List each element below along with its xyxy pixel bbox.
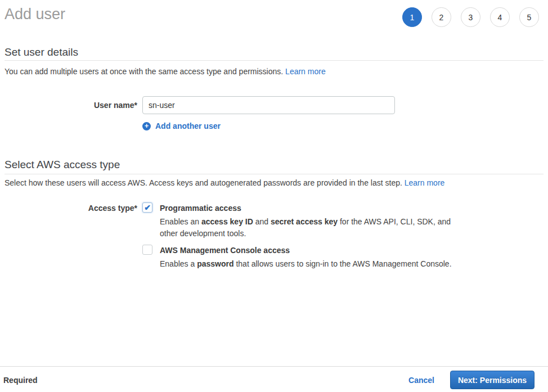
desc-text: Enables an — [160, 217, 201, 226]
programmatic-access-description: Enables an access key ID and secret acce… — [160, 216, 457, 240]
add-another-user-label: Add another user — [155, 121, 221, 130]
console-access-title: AWS Management Console access — [160, 246, 290, 255]
section-divider — [5, 60, 543, 61]
select-access-type-heading: Select AWS access type — [5, 159, 120, 171]
desc-text: Enables a — [160, 259, 197, 268]
programmatic-access-title: Programmatic access — [160, 204, 241, 213]
footer-divider — [0, 366, 548, 367]
user-name-input[interactable] — [142, 96, 395, 114]
learn-more-link-access-type[interactable]: Learn more — [405, 178, 445, 187]
wizard-step-2[interactable]: 2 — [432, 7, 451, 27]
page-title: Add user — [5, 6, 65, 23]
console-access-description: Enables a password that allows users to … — [160, 258, 457, 270]
desc-bold: password — [197, 259, 233, 268]
wizard-step-5[interactable]: 5 — [519, 7, 539, 27]
desc-bold: secret access key — [271, 217, 338, 226]
desc-text: that allows users to sign-in to the AWS … — [234, 259, 452, 268]
user-details-description-text: You can add multiple users at once with … — [5, 67, 283, 76]
set-user-details-heading: Set user details — [5, 46, 78, 58]
access-type-description: Select how these users will access AWS. … — [5, 178, 444, 187]
section-divider — [5, 174, 543, 174]
desc-bold: access key ID — [201, 217, 253, 226]
learn-more-link-user-details[interactable]: Learn more — [285, 67, 326, 76]
wizard-step-4[interactable]: 4 — [490, 7, 510, 27]
check-icon: ✔ — [144, 204, 151, 211]
console-access-checkbox[interactable]: ✔ — [142, 245, 152, 255]
desc-text: and — [253, 217, 271, 226]
add-icon: + — [142, 122, 151, 130]
access-type-description-text: Select how these users will access AWS. … — [5, 178, 402, 187]
add-another-user-button[interactable]: + Add another user — [142, 121, 221, 130]
user-name-label: User name* — [0, 101, 137, 110]
cancel-button[interactable]: Cancel — [408, 376, 434, 385]
required-note: Required — [3, 376, 38, 385]
wizard-step-3[interactable]: 3 — [461, 7, 480, 27]
programmatic-access-checkbox[interactable]: ✔ — [142, 202, 152, 213]
wizard-step-indicator: 1 2 3 4 5 — [402, 7, 539, 27]
user-details-description: You can add multiple users at once with … — [5, 67, 326, 76]
wizard-step-1[interactable]: 1 — [402, 7, 422, 27]
next-permissions-button[interactable]: Next: Permissions — [450, 371, 534, 389]
access-type-label: Access type* — [0, 204, 137, 213]
